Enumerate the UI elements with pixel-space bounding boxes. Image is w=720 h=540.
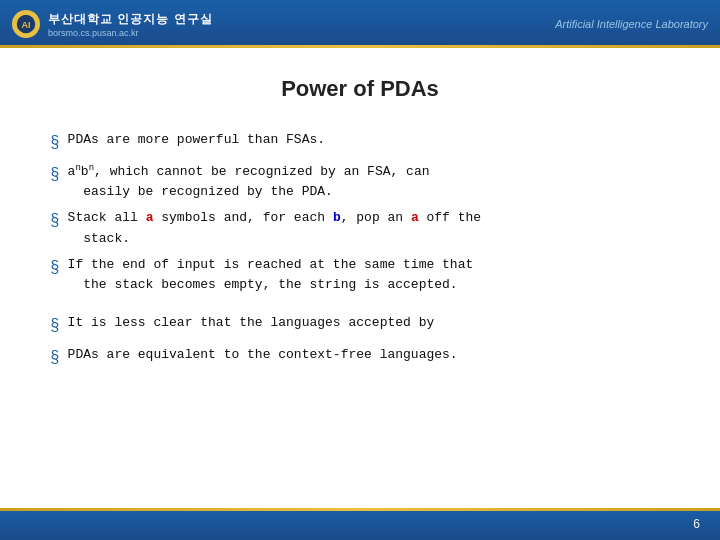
bullet-text-5: It is less clear that the languages acce… xyxy=(68,313,435,333)
bullet-marker-2: § xyxy=(50,163,60,188)
bullet-item-6: § PDAs are equivalent to the context-fre… xyxy=(50,345,670,371)
bullet-marker-6: § xyxy=(50,346,60,371)
svg-text:AI: AI xyxy=(22,20,31,30)
bullet-item-2: § anbn, which cannot be recognized by an… xyxy=(50,162,670,203)
slide-content: Power of PDAs § PDAs are more powerful t… xyxy=(0,48,720,508)
logo-area: AI 부산대학교 인공지능 연구실 borsmo.cs.pusan.ac.kr xyxy=(12,10,213,38)
bullet-text-4: If the end of input is reached at the sa… xyxy=(68,255,474,295)
bullet-text-2: anbn, which cannot be recognized by an F… xyxy=(68,162,430,203)
bullet-marker-4: § xyxy=(50,256,60,281)
bullet-item-1: § PDAs are more powerful than FSAs. xyxy=(50,130,670,156)
logo-title: 부산대학교 인공지능 연구실 xyxy=(48,11,213,28)
top-bar: AI 부산대학교 인공지능 연구실 borsmo.cs.pusan.ac.kr … xyxy=(0,0,720,48)
logo-icon: AI xyxy=(12,10,40,38)
bullet-text-6: PDAs are equivalent to the context-free … xyxy=(68,345,458,365)
bottom-bar: 6 xyxy=(0,508,720,540)
bullet-section-1: § PDAs are more powerful than FSAs. § an… xyxy=(50,130,670,295)
bullet-marker-3: § xyxy=(50,209,60,234)
bullet-item-4: § If the end of input is reached at the … xyxy=(50,255,670,295)
bullet-item-3: § Stack all a symbols and, for each b, p… xyxy=(50,208,670,248)
logo-subtitle: borsmo.cs.pusan.ac.kr xyxy=(48,28,213,38)
bullet-marker-5: § xyxy=(50,314,60,339)
bullet-text-3: Stack all a symbols and, for each b, pop… xyxy=(68,208,482,248)
bullet-marker-1: § xyxy=(50,131,60,156)
logo-text-area: 부산대학교 인공지능 연구실 borsmo.cs.pusan.ac.kr xyxy=(48,11,213,38)
lab-title: Artificial Intelligence Laboratory xyxy=(555,18,708,30)
bullet-section-2: § It is less clear that the languages ac… xyxy=(50,313,670,371)
slide-title: Power of PDAs xyxy=(50,76,670,102)
page-number: 6 xyxy=(693,517,700,531)
bullet-item-5: § It is less clear that the languages ac… xyxy=(50,313,670,339)
bullet-text-1: PDAs are more powerful than FSAs. xyxy=(68,130,325,150)
